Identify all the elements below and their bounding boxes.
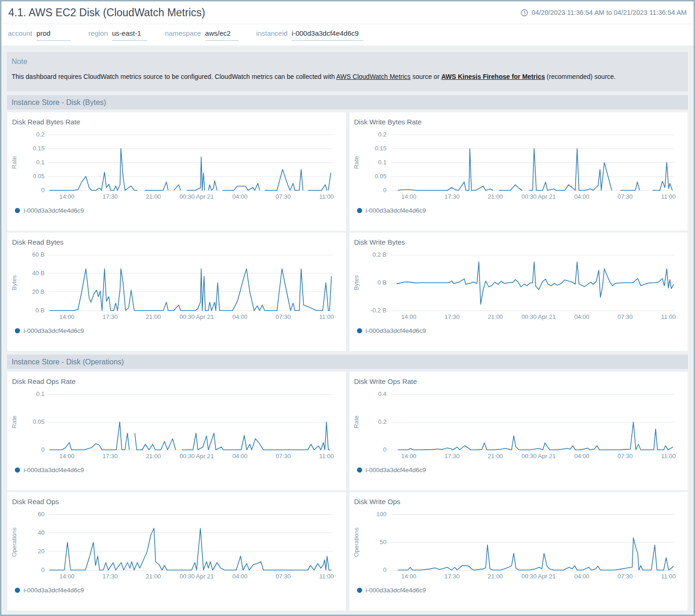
plot-area[interactable]: Rate 00.050.1 xyxy=(48,394,333,450)
legend-dot-icon xyxy=(15,328,20,333)
note-text: This dashboard requires CloudWatch metri… xyxy=(12,73,682,80)
x-tick-label: 07:30 xyxy=(617,193,633,200)
x-tick-label: 07:30 xyxy=(276,193,291,200)
x-tick-label: 21:00 xyxy=(488,573,503,580)
chart-title: Disk Read Bytes Rate xyxy=(12,118,340,127)
panel-disk-write-ops-rate: Disk Write Ops Rate Rate 00.20.4 14:0017… xyxy=(350,372,688,490)
x-tick-label: 14:00 xyxy=(59,573,75,580)
plot-area[interactable]: Rate 00.050.10.150.2 xyxy=(48,135,333,190)
x-axis: 14:0017:3021:0000:30 Apr 2104:0007:3011:… xyxy=(48,190,333,201)
dashboard-page: 4.1. AWS EC2 Disk (CloudWatch Metrics) 0… xyxy=(0,0,695,616)
legend-item[interactable]: i-000d3a3dcf4e4d6c9 xyxy=(357,207,682,214)
x-tick-label: 04:00 xyxy=(574,573,590,580)
x-tick-label: 00:30 Apr 21 xyxy=(521,193,556,200)
x-tick-label: 21:00 xyxy=(146,193,161,200)
link-aws-kinesis-firehose[interactable]: AWS Kinesis Firehose for Metrics xyxy=(441,73,545,80)
y-tick-label: 20 B xyxy=(19,288,45,296)
panel-disk-read-ops: Disk Read Ops Operations 0204060 14:0017… xyxy=(7,492,346,610)
y-tick-label: 0.1 xyxy=(19,159,45,166)
plot-area[interactable]: Rate 00.20.4 xyxy=(390,394,675,450)
x-tick-label: 00:30 Apr 21 xyxy=(521,313,556,320)
x-tick-label: 14:00 xyxy=(401,453,416,460)
filter-account-label: account xyxy=(8,29,32,37)
x-tick-label: 11:00 xyxy=(319,193,334,200)
x-tick-label: 17:30 xyxy=(444,313,460,320)
time-range-selector[interactable]: 04/20/2023 11:36:54 AM to 04/21/2023 11:… xyxy=(520,9,687,17)
chart-title: Disk Write Ops Rate xyxy=(354,377,682,387)
note-title: Note xyxy=(12,58,682,66)
legend-dot-icon xyxy=(357,467,362,473)
x-tick-label: 11:00 xyxy=(661,313,676,320)
link-aws-cloudwatch-metrics[interactable]: AWS CloudWatch Metrics xyxy=(336,73,410,80)
y-tick-label: 50 xyxy=(361,538,387,546)
legend-dot-icon xyxy=(357,588,362,593)
plot-area[interactable]: Operations 0204060 xyxy=(48,514,333,570)
plot-area[interactable]: Rate 00.050.10.150.2 xyxy=(390,135,675,190)
filter-bar: account prod region us-east-1 namespace … xyxy=(1,24,694,45)
x-tick-label: 00:30 Apr 21 xyxy=(180,573,214,580)
x-tick-label: 17:30 xyxy=(444,453,460,460)
filter-namespace-input[interactable]: aws/ec2 xyxy=(205,29,239,41)
filter-region-label: region xyxy=(89,29,108,37)
x-tick-label: 00:30 Apr 21 xyxy=(521,573,556,580)
x-tick-label: 21:00 xyxy=(488,193,503,200)
dashboard-header: 4.1. AWS EC2 Disk (CloudWatch Metrics) 0… xyxy=(1,1,694,24)
y-axis-label: Rate xyxy=(11,156,18,169)
x-tick-label: 11:00 xyxy=(319,453,334,460)
x-tick-label: 11:00 xyxy=(661,573,676,580)
series-line xyxy=(48,394,333,450)
filter-region: region us-east-1 xyxy=(89,29,148,41)
legend-item[interactable]: i-000d3a3dcf4e4d6c9 xyxy=(357,587,682,594)
x-tick-label: 04:00 xyxy=(574,313,590,320)
legend-item[interactable]: i-000d3a3dcf4e4d6c9 xyxy=(357,467,682,473)
x-tick-label: 17:30 xyxy=(444,193,460,200)
legend-item[interactable]: i-000d3a3dcf4e4d6c9 xyxy=(357,327,682,334)
panel-disk-write-bytes-rate: Disk Write Bytes Rate Rate 00.050.10.150… xyxy=(350,112,688,231)
filter-account: account prod xyxy=(8,29,71,41)
x-tick-label: 11:00 xyxy=(661,453,676,460)
x-tick-label: 00:30 Apr 21 xyxy=(180,313,214,320)
y-tick-label: 0 xyxy=(19,446,45,454)
filter-instanceid-input[interactable]: i-000d3a3dcf4e4d6c9 xyxy=(292,29,364,41)
chart-title: Disk Write Bytes xyxy=(354,238,682,247)
chart-title: Disk Write Ops xyxy=(354,498,682,507)
y-tick-label: 0.2 xyxy=(361,418,387,426)
plot-area[interactable]: Bytes 0 B20 B40 B60 B xyxy=(48,255,333,311)
x-tick-label: 17:30 xyxy=(103,313,118,320)
legend-dot-icon xyxy=(15,467,20,473)
filter-region-input[interactable]: us-east-1 xyxy=(112,29,147,41)
x-tick-label: 14:00 xyxy=(401,313,416,320)
legend-dot-icon xyxy=(357,208,362,213)
page-title: 4.1. AWS EC2 Disk (CloudWatch Metrics) xyxy=(8,6,205,19)
legend-item[interactable]: i-000d3a3dcf4e4d6c9 xyxy=(15,467,340,473)
y-tick-label: -0.2 B xyxy=(361,307,387,314)
plot-area[interactable]: Bytes -0.2 B0 B0.2 B xyxy=(390,255,675,311)
legend-item[interactable]: i-000d3a3dcf4e4d6c9 xyxy=(15,587,340,594)
x-axis: 14:0017:3021:0000:30 Apr 2104:0007:3011:… xyxy=(390,450,675,461)
x-tick-label: 14:00 xyxy=(401,573,416,580)
x-axis: 14:0017:3021:0000:30 Apr 2104:0007:3011:… xyxy=(48,450,333,461)
legend-item[interactable]: i-000d3a3dcf4e4d6c9 xyxy=(15,207,340,214)
x-tick-label: 17:30 xyxy=(103,453,118,460)
legend-item[interactable]: i-000d3a3dcf4e4d6c9 xyxy=(15,327,340,334)
legend-label: i-000d3a3dcf4e4d6c9 xyxy=(366,327,426,334)
plot-area[interactable]: Operations 050100 xyxy=(390,514,675,570)
y-tick-label: 0 B xyxy=(19,307,45,314)
charts-grid-operations: Disk Read Ops Rate Rate 00.050.1 14:0017… xyxy=(7,372,688,610)
x-tick-label: 21:00 xyxy=(146,453,161,460)
x-tick-label: 17:30 xyxy=(103,573,118,580)
x-axis: 14:0017:3021:0000:30 Apr 2104:0007:3011:… xyxy=(48,311,333,322)
x-tick-label: 14:00 xyxy=(59,453,75,460)
y-axis-label: Bytes xyxy=(352,275,359,291)
filter-account-input[interactable]: prod xyxy=(37,29,71,41)
legend-label: i-000d3a3dcf4e4d6c9 xyxy=(24,327,84,334)
x-axis: 14:0017:3021:0000:30 Apr 2104:0007:3011:… xyxy=(390,190,675,201)
y-tick-label: 0.05 xyxy=(361,173,387,180)
section-header-disk-bytes: Instance Store - Disk (Bytes) xyxy=(7,95,688,110)
x-tick-label: 21:00 xyxy=(488,313,503,320)
y-tick-label: 0 xyxy=(361,446,387,454)
x-tick-label: 21:00 xyxy=(488,453,503,460)
legend-dot-icon xyxy=(357,328,362,333)
y-tick-label: 0 xyxy=(19,566,45,574)
panel-disk-read-ops-rate: Disk Read Ops Rate Rate 00.050.1 14:0017… xyxy=(7,372,346,490)
